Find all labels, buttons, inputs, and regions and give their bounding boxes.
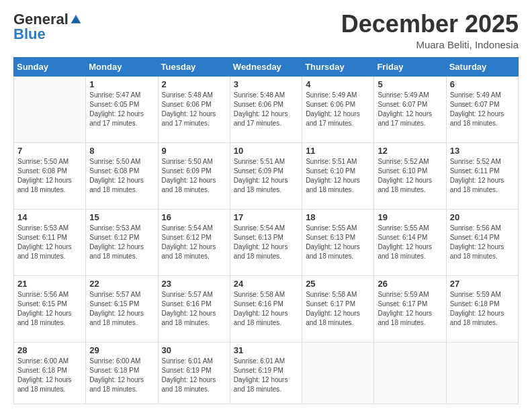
calendar-cell: 1Sunrise: 5:47 AMSunset: 6:05 PMDaylight…: [86, 76, 158, 142]
day-number: 10: [234, 146, 298, 156]
calendar-cell: 23Sunrise: 5:57 AMSunset: 6:16 PMDayligh…: [158, 275, 230, 342]
calendar-cell: 30Sunrise: 6:01 AMSunset: 6:19 PMDayligh…: [158, 342, 230, 404]
day-number: 19: [378, 212, 442, 222]
calendar-cell: 15Sunrise: 5:53 AMSunset: 6:12 PMDayligh…: [86, 209, 158, 275]
svg-marker-1: [71, 17, 81, 23]
calendar-cell: 10Sunrise: 5:51 AMSunset: 6:09 PMDayligh…: [230, 142, 302, 209]
calendar-cell: [302, 342, 374, 404]
day-number: 6: [450, 79, 515, 89]
day-number: 29: [89, 345, 154, 355]
day-number: 27: [450, 279, 515, 289]
calendar-cell: 17Sunrise: 5:54 AMSunset: 6:13 PMDayligh…: [230, 209, 302, 275]
day-info: Sunrise: 5:57 AMSunset: 6:16 PMDaylight:…: [162, 290, 226, 328]
day-number: 8: [89, 146, 154, 156]
day-info: Sunrise: 5:48 AMSunset: 6:06 PMDaylight:…: [162, 91, 226, 128]
calendar-cell: 20Sunrise: 5:56 AMSunset: 6:14 PMDayligh…: [446, 209, 518, 275]
day-number: 5: [378, 79, 442, 89]
header-wednesday: Wednesday: [230, 57, 302, 76]
calendar-cell: 13Sunrise: 5:52 AMSunset: 6:11 PMDayligh…: [446, 142, 518, 209]
calendar-cell: 7Sunrise: 5:50 AMSunset: 6:08 PMDaylight…: [14, 142, 86, 209]
day-number: 20: [450, 212, 515, 222]
day-number: 30: [162, 345, 226, 355]
day-info: Sunrise: 5:54 AMSunset: 6:13 PMDaylight:…: [234, 224, 298, 261]
calendar-cell: 28Sunrise: 6:00 AMSunset: 6:18 PMDayligh…: [14, 342, 86, 404]
calendar-cell: [14, 76, 86, 142]
day-info: Sunrise: 5:55 AMSunset: 6:14 PMDaylight:…: [378, 224, 442, 261]
calendar-cell: 8Sunrise: 5:50 AMSunset: 6:08 PMDaylight…: [86, 142, 158, 209]
day-info: Sunrise: 6:01 AMSunset: 6:19 PMDaylight:…: [234, 357, 298, 394]
calendar-cell: 29Sunrise: 6:00 AMSunset: 6:18 PMDayligh…: [86, 342, 158, 404]
day-number: 24: [234, 279, 298, 289]
calendar-cell: 18Sunrise: 5:55 AMSunset: 6:13 PMDayligh…: [302, 209, 374, 275]
calendar-cell: 12Sunrise: 5:52 AMSunset: 6:10 PMDayligh…: [374, 142, 446, 209]
header-friday: Friday: [374, 57, 446, 76]
day-info: Sunrise: 5:53 AMSunset: 6:12 PMDaylight:…: [89, 224, 154, 261]
calendar-cell: 5Sunrise: 5:49 AMSunset: 6:07 PMDaylight…: [374, 76, 446, 142]
day-number: 17: [234, 212, 298, 222]
calendar-cell: 31Sunrise: 6:01 AMSunset: 6:19 PMDayligh…: [230, 342, 302, 404]
header-sunday: Sunday: [14, 57, 86, 76]
day-info: Sunrise: 5:57 AMSunset: 6:15 PMDaylight:…: [89, 290, 154, 328]
calendar-cell: [446, 342, 518, 404]
calendar-cell: 24Sunrise: 5:58 AMSunset: 6:16 PMDayligh…: [230, 275, 302, 342]
day-number: 28: [17, 345, 82, 355]
day-number: 1: [89, 79, 154, 89]
day-info: Sunrise: 5:51 AMSunset: 6:10 PMDaylight:…: [306, 157, 370, 195]
day-number: 7: [17, 146, 82, 156]
calendar-cell: 4Sunrise: 5:49 AMSunset: 6:06 PMDaylight…: [302, 76, 374, 142]
day-number: 22: [89, 279, 154, 289]
day-number: 26: [378, 279, 442, 289]
day-number: 18: [306, 212, 370, 222]
calendar-cell: 16Sunrise: 5:54 AMSunset: 6:12 PMDayligh…: [158, 209, 230, 275]
day-info: Sunrise: 5:47 AMSunset: 6:05 PMDaylight:…: [89, 91, 154, 128]
calendar-cell: 27Sunrise: 5:59 AMSunset: 6:18 PMDayligh…: [446, 275, 518, 342]
day-info: Sunrise: 5:58 AMSunset: 6:17 PMDaylight:…: [306, 290, 370, 328]
day-info: Sunrise: 6:01 AMSunset: 6:19 PMDaylight:…: [162, 357, 226, 394]
day-info: Sunrise: 6:00 AMSunset: 6:18 PMDaylight:…: [89, 357, 154, 394]
day-number: 15: [89, 212, 154, 222]
location: Muara Beliti, Indonesia: [341, 39, 519, 50]
month-title: December 2025: [341, 11, 519, 38]
day-info: Sunrise: 5:49 AMSunset: 6:07 PMDaylight:…: [450, 91, 515, 128]
calendar: Sunday Monday Tuesday Wednesday Thursday…: [13, 57, 519, 404]
day-number: 13: [450, 146, 515, 156]
calendar-cell: 3Sunrise: 5:48 AMSunset: 6:06 PMDaylight…: [230, 76, 302, 142]
logo-icon: [70, 13, 82, 26]
day-info: Sunrise: 5:55 AMSunset: 6:13 PMDaylight:…: [306, 224, 370, 261]
day-info: Sunrise: 5:52 AMSunset: 6:10 PMDaylight:…: [378, 157, 442, 195]
day-info: Sunrise: 6:00 AMSunset: 6:18 PMDaylight:…: [17, 357, 82, 394]
day-info: Sunrise: 5:52 AMSunset: 6:11 PMDaylight:…: [450, 157, 515, 195]
header-monday: Monday: [86, 57, 158, 76]
day-number: 12: [378, 146, 442, 156]
day-number: 9: [162, 146, 226, 156]
day-number: 3: [234, 79, 298, 89]
day-info: Sunrise: 5:54 AMSunset: 6:12 PMDaylight:…: [162, 224, 226, 261]
day-info: Sunrise: 5:50 AMSunset: 6:08 PMDaylight:…: [17, 157, 82, 195]
day-number: 11: [306, 146, 370, 156]
calendar-cell: 2Sunrise: 5:48 AMSunset: 6:06 PMDaylight…: [158, 76, 230, 142]
header: General Blue December 2025 Muara Beliti,…: [13, 11, 519, 50]
logo: General Blue: [13, 11, 82, 43]
logo-blue: Blue: [13, 26, 46, 43]
day-number: 16: [162, 212, 226, 222]
calendar-cell: 9Sunrise: 5:50 AMSunset: 6:09 PMDaylight…: [158, 142, 230, 209]
day-info: Sunrise: 5:59 AMSunset: 6:17 PMDaylight:…: [378, 290, 442, 328]
title-block: December 2025 Muara Beliti, Indonesia: [341, 11, 519, 50]
header-tuesday: Tuesday: [158, 57, 230, 76]
calendar-cell: 22Sunrise: 5:57 AMSunset: 6:15 PMDayligh…: [86, 275, 158, 342]
calendar-cell: 14Sunrise: 5:53 AMSunset: 6:11 PMDayligh…: [14, 209, 86, 275]
day-info: Sunrise: 5:53 AMSunset: 6:11 PMDaylight:…: [17, 224, 82, 261]
day-info: Sunrise: 5:58 AMSunset: 6:16 PMDaylight:…: [234, 290, 298, 328]
calendar-cell: 25Sunrise: 5:58 AMSunset: 6:17 PMDayligh…: [302, 275, 374, 342]
day-info: Sunrise: 5:48 AMSunset: 6:06 PMDaylight:…: [234, 91, 298, 128]
day-number: 14: [17, 212, 82, 222]
day-info: Sunrise: 5:49 AMSunset: 6:06 PMDaylight:…: [306, 91, 370, 128]
day-info: Sunrise: 5:59 AMSunset: 6:18 PMDaylight:…: [450, 290, 515, 328]
calendar-cell: 21Sunrise: 5:56 AMSunset: 6:15 PMDayligh…: [14, 275, 86, 342]
header-thursday: Thursday: [302, 57, 374, 76]
day-number: 23: [162, 279, 226, 289]
calendar-cell: 19Sunrise: 5:55 AMSunset: 6:14 PMDayligh…: [374, 209, 446, 275]
page: General Blue December 2025 Muara Beliti,…: [0, 0, 532, 411]
day-number: 21: [17, 279, 82, 289]
day-info: Sunrise: 5:50 AMSunset: 6:08 PMDaylight:…: [89, 157, 154, 195]
